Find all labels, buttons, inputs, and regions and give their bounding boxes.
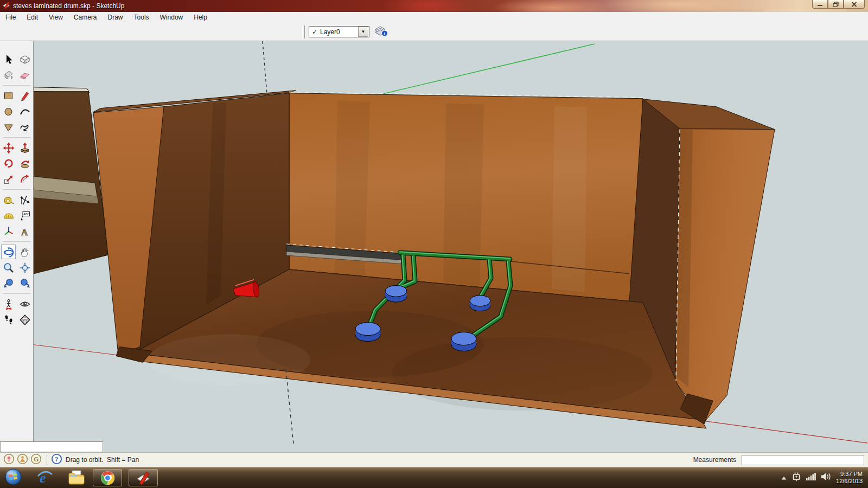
zoom-previous-icon [3, 278, 15, 290]
zoom-extents-button[interactable] [17, 260, 32, 275]
minimize-button[interactable] [812, 0, 828, 9]
push-pull-tool-button[interactable] [17, 140, 32, 155]
svg-text:R-S: R-S [22, 320, 27, 323]
zoom-tool-button[interactable] [1, 260, 16, 275]
tape-measure-button[interactable] [1, 192, 16, 207]
layer-dropdown[interactable]: ✓ Layer0 ▼ [309, 26, 369, 37]
look-around-button[interactable] [17, 297, 32, 311]
orbit-tool-button[interactable] [1, 245, 16, 259]
windows-explorer-icon[interactable] [68, 470, 86, 486]
menu-tools[interactable]: Tools [129, 14, 155, 21]
protractor-tool-button[interactable] [1, 208, 16, 223]
follow-me-tool-button[interactable] [17, 156, 32, 171]
statusbar: G ? Drag to orbit. Shift = Pan Measureme… [0, 452, 868, 467]
drum-pad [355, 323, 380, 342]
make-component-button[interactable] [17, 52, 32, 67]
polygon-tool-button[interactable] [1, 120, 16, 134]
scale-tool-button[interactable] [1, 172, 16, 187]
statusbar-tray-panel [0, 441, 103, 452]
layers-toolbar: ✓ Layer0 ▼ i [0, 23, 868, 41]
drum-back-wall[interactable] [289, 93, 643, 303]
menu-window[interactable]: Window [155, 14, 189, 21]
start-button[interactable] [4, 468, 22, 488]
zoom-extents-icon [19, 262, 31, 274]
freehand-tool-button[interactable] [17, 120, 32, 134]
tray-date: 12/6/2013 [836, 478, 863, 485]
restore-button[interactable] [828, 0, 844, 9]
menu-edit[interactable]: Edit [21, 14, 43, 21]
eye-icon [19, 298, 31, 310]
circle-tool-button[interactable] [1, 104, 16, 119]
footprints-icon [3, 314, 15, 326]
sketchup-icon [136, 470, 151, 485]
3d-text-icon: A [19, 226, 31, 237]
sketchup-window: steves laminated drum.skp - SketchUp Fil… [0, 0, 868, 488]
walk-tool-button[interactable] [1, 312, 16, 327]
move-arrows-icon [3, 142, 15, 154]
close-button[interactable] [844, 0, 865, 9]
network-icon[interactable] [806, 473, 816, 483]
pan-tool-button[interactable] [17, 245, 32, 259]
menu-view[interactable]: View [43, 14, 68, 21]
tool-separator [3, 137, 31, 138]
toolbar-grip[interactable] [302, 25, 305, 38]
layer-dropdown-arrow[interactable]: ▼ [358, 27, 368, 37]
text-tool-button[interactable]: ABC [17, 208, 32, 223]
menu-help[interactable]: Help [188, 14, 213, 21]
rectangle-tool-button[interactable] [1, 88, 16, 103]
help-icon[interactable]: ? [51, 453, 62, 466]
tray-chevron-icon[interactable] [781, 473, 787, 483]
position-camera-icon [3, 298, 15, 310]
rotate-tool-button[interactable] [1, 156, 16, 171]
tool-separator [3, 189, 31, 190]
text-icon: ABC [19, 210, 31, 222]
internet-explorer-icon[interactable]: e [36, 470, 54, 486]
position-camera-button[interactable] [1, 297, 16, 311]
geolocation-pin-icon[interactable] [3, 453, 15, 466]
layer-manager-icon[interactable]: i [374, 24, 388, 40]
arc-tool-button[interactable] [17, 104, 32, 119]
zoom-next-icon [19, 278, 31, 290]
select-tool-button[interactable] [1, 52, 16, 67]
tool-separator [3, 85, 31, 86]
main-area: ABC A [0, 41, 868, 452]
measurements-label: Measurements [693, 456, 736, 464]
offset-tool-button[interactable] [17, 172, 32, 187]
eraser-button[interactable] [17, 68, 32, 82]
menu-draw[interactable]: Draw [103, 14, 129, 21]
layer-visible-check-icon: ✓ [309, 28, 320, 36]
status-hint: Drag to orbit. Shift = Pan [66, 456, 139, 464]
rotate-icon [3, 158, 15, 170]
paint-bucket-button[interactable] [1, 68, 16, 82]
drum-pad [451, 332, 476, 351]
restore-icon [833, 2, 839, 7]
axes-tool-button[interactable] [1, 224, 16, 239]
component-cube-icon [19, 54, 31, 66]
3d-text-tool-button[interactable]: A [17, 224, 32, 239]
sketchup-taskbar-button[interactable] [129, 469, 158, 486]
titlebar: steves laminated drum.skp - SketchUp [0, 0, 868, 12]
section-plane-button[interactable]: CR-S [17, 312, 32, 327]
zoom-next-button[interactable] [17, 276, 32, 291]
pan-hand-icon [19, 246, 31, 258]
model-canvas[interactable] [34, 41, 868, 452]
model-viewport[interactable] [34, 41, 868, 452]
menu-file[interactable]: File [0, 14, 21, 21]
geolocation-person-icon[interactable] [17, 453, 28, 466]
action-center-icon[interactable] [792, 472, 801, 484]
paint-bucket-icon [3, 69, 15, 81]
scale-icon [3, 174, 15, 185]
geolocation-globe-icon[interactable]: G [30, 453, 42, 466]
volume-icon[interactable] [821, 472, 831, 483]
measurements-input[interactable] [742, 455, 864, 465]
svg-text:?: ? [55, 455, 58, 463]
tray-clock[interactable]: 9:37 PM 12/6/2013 [836, 471, 863, 485]
chrome-taskbar-button[interactable] [93, 469, 122, 486]
zoom-previous-button[interactable] [1, 276, 16, 291]
line-tool-button[interactable] [17, 88, 32, 103]
dimension-tool-button[interactable] [17, 192, 32, 207]
drum-pad [470, 296, 490, 311]
section-plane-icon: CR-S [19, 314, 31, 326]
move-tool-button[interactable] [1, 140, 16, 155]
menu-camera[interactable]: Camera [68, 14, 103, 21]
